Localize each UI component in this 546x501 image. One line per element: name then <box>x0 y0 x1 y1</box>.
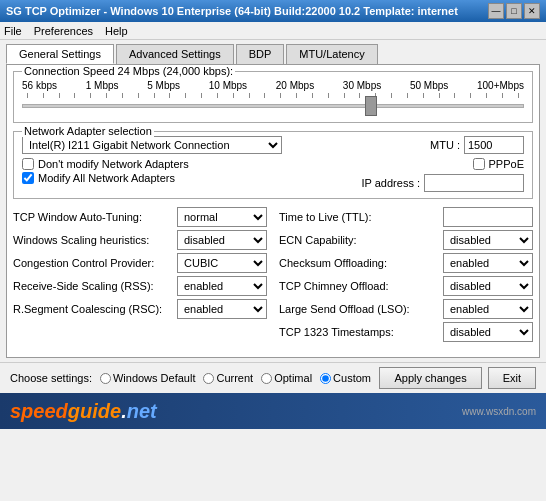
choose-settings-label: Choose settings: <box>10 372 92 384</box>
radio-custom-input[interactable] <box>320 373 331 384</box>
window-controls: — □ ✕ <box>488 3 540 19</box>
setting-checksum: Checksum Offloading: enableddisabled <box>279 253 533 273</box>
mtu-label: MTU : <box>430 139 460 151</box>
exit-button[interactable]: Exit <box>488 367 536 389</box>
tab-bdp[interactable]: BDP <box>236 44 285 64</box>
mtu-input[interactable] <box>464 136 524 154</box>
setting-ecn: ECN Capability: disabledenabled <box>279 230 533 250</box>
title-bar: SG TCP Optimizer - Windows 10 Enterprise… <box>0 0 546 22</box>
title-text: SG TCP Optimizer - Windows 10 Enterprise… <box>6 5 458 17</box>
minimize-button[interactable]: — <box>488 3 504 19</box>
tab-advanced-settings[interactable]: Advanced Settings <box>116 44 234 64</box>
scaling-heuristics-select[interactable]: disabledenabled <box>177 230 267 250</box>
radio-custom[interactable]: Custom <box>320 372 371 384</box>
setting-congestion: Congestion Control Provider: CUBICCTCPde… <box>13 253 267 273</box>
settings-grid: TCP Window Auto-Tuning: normaldisabledre… <box>13 207 533 345</box>
radio-current[interactable]: Current <box>203 372 253 384</box>
congestion-select[interactable]: CUBICCTCPdefault <box>177 253 267 273</box>
modify-all-checkbox[interactable] <box>22 172 34 184</box>
checksum-select[interactable]: enableddisabled <box>443 253 533 273</box>
logo: speed guide . net <box>10 400 157 423</box>
connection-speed-section: Connection Speed 24 Mbps (24,000 kbps): … <box>13 71 533 123</box>
dont-modify-checkbox[interactable] <box>22 158 34 170</box>
left-settings: TCP Window Auto-Tuning: normaldisabledre… <box>13 207 267 345</box>
setting-timestamps: TCP 1323 Timestamps: disabledenabled <box>279 322 533 342</box>
speed-slider[interactable] <box>22 98 524 114</box>
radio-optimal-input[interactable] <box>261 373 272 384</box>
network-adapter-section: Network Adapter selection Intel(R) I211 … <box>13 131 533 199</box>
menu-preferences[interactable]: Preferences <box>34 25 93 37</box>
chimney-select[interactable]: disabledenabled <box>443 276 533 296</box>
watermark: www.wsxdn.com <box>462 406 536 417</box>
tab-general-settings[interactable]: General Settings <box>6 44 114 64</box>
radio-current-input[interactable] <box>203 373 214 384</box>
rss-select[interactable]: enableddisabled <box>177 276 267 296</box>
ecn-select[interactable]: disabledenabled <box>443 230 533 250</box>
setting-chimney: TCP Chimney Offload: disabledenabled <box>279 276 533 296</box>
close-button[interactable]: ✕ <box>524 3 540 19</box>
adapter-select[interactable]: Intel(R) I211 Gigabit Network Connection <box>22 136 282 154</box>
speed-labels: 56 kbps 1 Mbps 5 Mbps 10 Mbps 20 Mbps 30… <box>22 80 524 91</box>
adapter-section-label: Network Adapter selection <box>22 125 154 137</box>
ip-input[interactable] <box>424 174 524 192</box>
apply-button[interactable]: Apply changes <box>379 367 481 389</box>
setting-rss: Receive-Side Scaling (RSS): enableddisab… <box>13 276 267 296</box>
checkbox-dont-modify: Don't modify Network Adapters <box>22 158 282 170</box>
connection-speed-label: Connection Speed 24 Mbps (24,000 kbps): <box>22 65 235 77</box>
adapter-row: Intel(R) I211 Gigabit Network Connection <box>22 136 282 154</box>
setting-ttl: Time to Live (TTL): <box>279 207 533 227</box>
setting-scaling-heuristics: Windows Scaling heuristics: disabledenab… <box>13 230 267 250</box>
ttl-input[interactable] <box>443 207 533 227</box>
logo-net: net <box>127 400 157 423</box>
maximize-button[interactable]: □ <box>506 3 522 19</box>
choose-settings: Choose settings: Windows Default Current… <box>10 372 371 384</box>
logo-guide: guide <box>68 400 121 423</box>
tab-row: General Settings Advanced Settings BDP M… <box>0 40 546 64</box>
checkbox-modify-all: Modify All Network Adapters <box>22 172 282 184</box>
radio-group: Windows Default Current Optimal Custom <box>100 372 371 384</box>
menu-file[interactable]: File <box>4 25 22 37</box>
setting-tcp-window: TCP Window Auto-Tuning: normaldisabledre… <box>13 207 267 227</box>
menu-bar: File Preferences Help <box>0 22 546 40</box>
tcp-window-select[interactable]: normaldisabledrestrictedexperimental <box>177 207 267 227</box>
setting-lso: Large Send Offload (LSO): enableddisable… <box>279 299 533 319</box>
setting-rsc: R.Segment Coalescing (RSC): enableddisab… <box>13 299 267 319</box>
lso-select[interactable]: enableddisabled <box>443 299 533 319</box>
right-settings: Time to Live (TTL): ECN Capability: disa… <box>279 207 533 345</box>
rsc-select[interactable]: enableddisabled <box>177 299 267 319</box>
menu-help[interactable]: Help <box>105 25 128 37</box>
pppoe-label: PPPoE <box>489 158 524 170</box>
radio-windows-default[interactable]: Windows Default <box>100 372 196 384</box>
logo-bar: speed guide . net www.wsxdn.com <box>0 393 546 429</box>
radio-windows-default-input[interactable] <box>100 373 111 384</box>
radio-optimal[interactable]: Optimal <box>261 372 312 384</box>
logo-speed: speed <box>10 400 68 423</box>
tab-mtu-latency[interactable]: MTU/Latency <box>286 44 377 64</box>
timestamps-select[interactable]: disabledenabled <box>443 322 533 342</box>
pppoe-checkbox[interactable] <box>473 158 485 170</box>
ip-label: IP address : <box>362 177 421 189</box>
bottom-bar: Choose settings: Windows Default Current… <box>0 362 546 393</box>
main-content: Connection Speed 24 Mbps (24,000 kbps): … <box>6 64 540 358</box>
